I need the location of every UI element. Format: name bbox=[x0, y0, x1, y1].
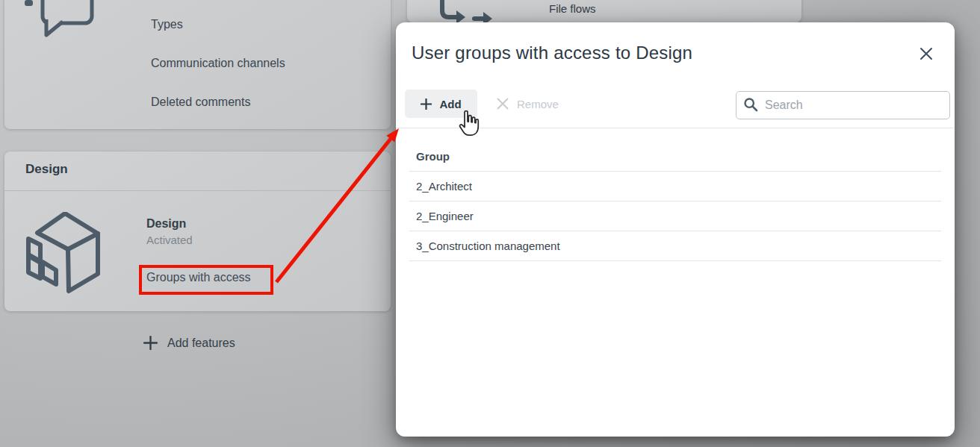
remove-button-label: Remove bbox=[517, 98, 559, 110]
groups-table: Group 2_Architect 2_Engineer 3_Construct… bbox=[409, 142, 941, 261]
remove-x-icon bbox=[497, 98, 509, 110]
toolbar-divider bbox=[396, 128, 955, 128]
table-row[interactable]: 3_Construction management bbox=[409, 231, 941, 261]
comment-bubble-icon bbox=[21, 0, 96, 37]
dialog-title: User groups with access to Design bbox=[412, 43, 692, 63]
file-flows-card: File flows bbox=[407, 0, 801, 22]
link-deleted-comments[interactable]: Deleted comments bbox=[151, 96, 250, 109]
add-button-label: Add bbox=[439, 98, 461, 110]
add-features-button[interactable]: Add features bbox=[143, 336, 235, 350]
add-button[interactable]: Add bbox=[405, 90, 477, 118]
design-section-header: Design bbox=[25, 162, 68, 177]
remove-button[interactable]: Remove bbox=[497, 90, 559, 118]
search-box bbox=[736, 91, 950, 119]
design-feature-title: Design bbox=[146, 217, 186, 231]
user-groups-dialog: User groups with access to Design Add Re… bbox=[396, 22, 955, 437]
page-background: Types Communication channels Deleted com… bbox=[0, 0, 980, 447]
comments-feature-card: Types Communication channels Deleted com… bbox=[4, 0, 391, 129]
design-feature-status: Activated bbox=[146, 234, 193, 246]
groups-with-access-link[interactable]: Groups with access bbox=[146, 271, 251, 284]
file-flows-icon bbox=[435, 0, 503, 22]
table-row[interactable]: 2_Engineer bbox=[409, 201, 941, 231]
add-features-label: Add features bbox=[167, 337, 235, 350]
table-row[interactable]: 2_Architect bbox=[409, 172, 941, 201]
plus-icon bbox=[421, 99, 432, 110]
design-section-divider bbox=[4, 190, 391, 191]
column-header-group: Group bbox=[409, 142, 941, 172]
design-section-card: Design Design Activated Groups with acce… bbox=[4, 151, 391, 311]
file-flows-label: File flows bbox=[549, 2, 596, 15]
dialog-close-button[interactable] bbox=[916, 43, 937, 64]
plus-icon bbox=[143, 336, 158, 350]
close-icon bbox=[919, 47, 933, 60]
design-cube-icon bbox=[26, 212, 105, 296]
search-input[interactable] bbox=[736, 91, 950, 119]
link-communication-channels[interactable]: Communication channels bbox=[151, 57, 285, 70]
search-icon bbox=[743, 97, 758, 112]
link-types[interactable]: Types bbox=[151, 18, 183, 31]
